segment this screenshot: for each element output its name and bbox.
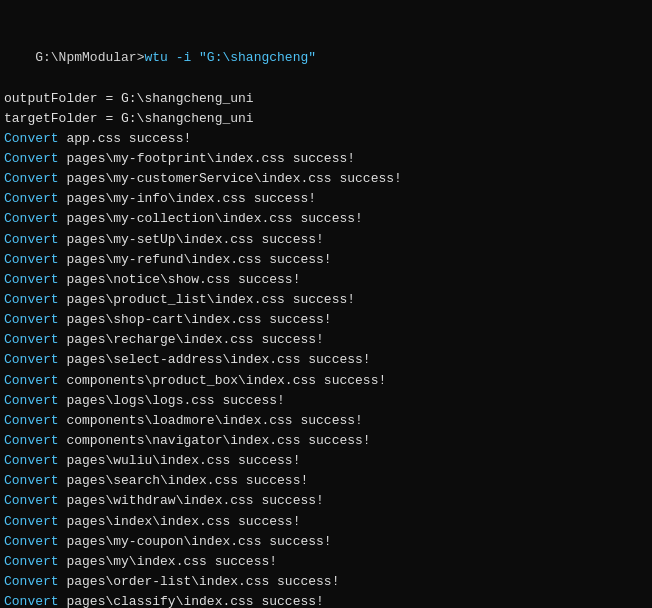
convert-keyword-20: Convert [4,534,66,549]
convert-line-19: Convert pages\index\index.css success! [4,512,648,532]
convert-keyword-15: Convert [4,433,66,448]
convert-keyword-13: Convert [4,393,66,408]
convert-keyword-0: Convert [4,131,66,146]
convert-path-10: pages\recharge\index.css success! [66,332,323,347]
convert-path-19: pages\index\index.css success! [66,514,300,529]
convert-line-14: Convert components\loadmore\index.css su… [4,411,648,431]
convert-path-12: components\product_box\index.css success… [66,373,386,388]
convert-line-17: Convert pages\search\index.css success! [4,471,648,491]
convert-line-2: Convert pages\my-customerService\index.c… [4,169,648,189]
convert-keyword-9: Convert [4,312,66,327]
convert-line-9: Convert pages\shop-cart\index.css succes… [4,310,648,330]
convert-path-5: pages\my-setUp\index.css success! [66,232,323,247]
convert-keyword-7: Convert [4,272,66,287]
convert-keyword-17: Convert [4,473,66,488]
convert-line-23: Convert pages\classify\index.css success… [4,592,648,608]
convert-lines-container: Convert app.css success!Convert pages\my… [4,129,648,608]
convert-line-5: Convert pages\my-setUp\index.css success… [4,230,648,250]
convert-keyword-8: Convert [4,292,66,307]
convert-line-21: Convert pages\my\index.css success! [4,552,648,572]
convert-keyword-18: Convert [4,493,66,508]
convert-keyword-1: Convert [4,151,66,166]
prompt-text: G:\NpmModular> [35,50,144,65]
empty-line-1 [4,8,648,28]
convert-path-20: pages\my-coupon\index.css success! [66,534,331,549]
command-text: wtu -i "G:\shangcheng" [144,50,316,65]
convert-line-6: Convert pages\my-refund\index.css succes… [4,250,648,270]
convert-path-9: pages\shop-cart\index.css success! [66,312,331,327]
convert-keyword-14: Convert [4,413,66,428]
convert-line-8: Convert pages\product_list\index.css suc… [4,290,648,310]
output-folder-line: outputFolder = G:\shangcheng_uni [4,89,648,109]
convert-path-17: pages\search\index.css success! [66,473,308,488]
convert-line-0: Convert app.css success! [4,129,648,149]
convert-line-12: Convert components\product_box\index.css… [4,371,648,391]
convert-path-8: pages\product_list\index.css success! [66,292,355,307]
convert-path-13: pages\logs\logs.css success! [66,393,284,408]
convert-path-0: app.css success! [66,131,191,146]
convert-path-21: pages\my\index.css success! [66,554,277,569]
convert-line-18: Convert pages\withdraw\index.css success… [4,491,648,511]
convert-path-4: pages\my-collection\index.css success! [66,211,362,226]
convert-keyword-5: Convert [4,232,66,247]
convert-path-16: pages\wuliu\index.css success! [66,453,300,468]
convert-keyword-4: Convert [4,211,66,226]
convert-line-1: Convert pages\my-footprint\index.css suc… [4,149,648,169]
convert-path-18: pages\withdraw\index.css success! [66,493,323,508]
convert-path-22: pages\order-list\index.css success! [66,574,339,589]
convert-path-3: pages\my-info\index.css success! [66,191,316,206]
convert-line-15: Convert components\navigator\index.css s… [4,431,648,451]
convert-path-23: pages\classify\index.css success! [66,594,323,608]
convert-keyword-19: Convert [4,514,66,529]
convert-line-13: Convert pages\logs\logs.css success! [4,391,648,411]
convert-line-3: Convert pages\my-info\index.css success! [4,189,648,209]
convert-path-15: components\navigator\index.css success! [66,433,370,448]
convert-keyword-3: Convert [4,191,66,206]
terminal-window: G:\NpmModular>wtu -i "G:\shangcheng" out… [0,0,652,608]
target-folder-line: targetFolder = G:\shangcheng_uni [4,109,648,129]
convert-keyword-6: Convert [4,252,66,267]
convert-path-7: pages\notice\show.css success! [66,272,300,287]
convert-path-2: pages\my-customerService\index.css succe… [66,171,401,186]
convert-keyword-2: Convert [4,171,66,186]
convert-keyword-16: Convert [4,453,66,468]
convert-line-20: Convert pages\my-coupon\index.css succes… [4,532,648,552]
convert-keyword-21: Convert [4,554,66,569]
convert-keyword-23: Convert [4,594,66,608]
convert-keyword-12: Convert [4,373,66,388]
convert-path-14: components\loadmore\index.css success! [66,413,362,428]
convert-path-1: pages\my-footprint\index.css success! [66,151,355,166]
convert-line-16: Convert pages\wuliu\index.css success! [4,451,648,471]
convert-line-4: Convert pages\my-collection\index.css su… [4,209,648,229]
convert-keyword-10: Convert [4,332,66,347]
convert-line-7: Convert pages\notice\show.css success! [4,270,648,290]
command-line: G:\NpmModular>wtu -i "G:\shangcheng" [4,28,648,88]
convert-keyword-11: Convert [4,352,66,367]
convert-line-22: Convert pages\order-list\index.css succe… [4,572,648,592]
convert-line-11: Convert pages\select-address\index.css s… [4,350,648,370]
convert-line-10: Convert pages\recharge\index.css success… [4,330,648,350]
convert-path-11: pages\select-address\index.css success! [66,352,370,367]
convert-path-6: pages\my-refund\index.css success! [66,252,331,267]
convert-keyword-22: Convert [4,574,66,589]
